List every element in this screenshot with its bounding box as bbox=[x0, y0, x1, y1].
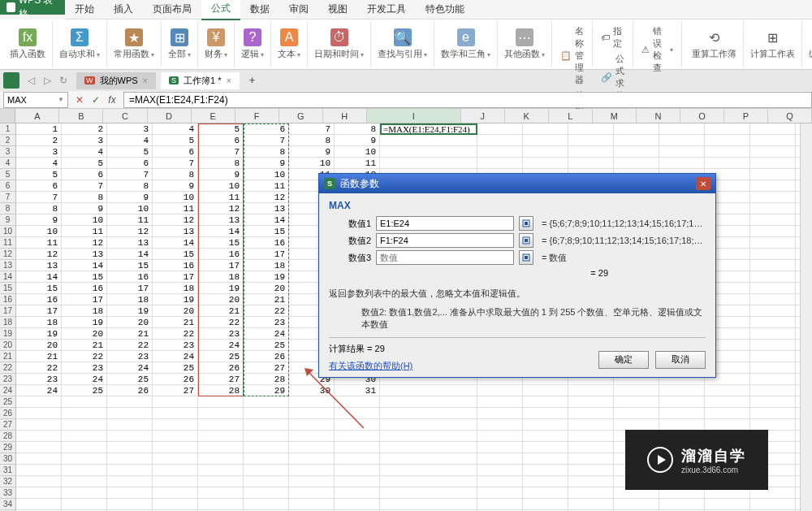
select-all-corner[interactable] bbox=[0, 109, 15, 123]
cell[interactable] bbox=[289, 396, 335, 408]
cell[interactable] bbox=[198, 408, 244, 419]
cell[interactable] bbox=[335, 396, 380, 408]
cell[interactable] bbox=[523, 476, 568, 487]
cell[interactable] bbox=[16, 453, 62, 465]
column-header[interactable]: K bbox=[505, 109, 549, 123]
cell[interactable]: 8 bbox=[107, 180, 153, 192]
confirm-formula-button[interactable]: ✓ bbox=[89, 93, 102, 106]
cell[interactable]: 11 bbox=[335, 158, 380, 169]
cell[interactable]: 5 bbox=[198, 123, 244, 135]
cell[interactable] bbox=[750, 362, 796, 374]
cell[interactable] bbox=[750, 135, 796, 146]
cell[interactable]: 8 bbox=[244, 146, 289, 158]
cell[interactable] bbox=[568, 453, 614, 465]
cell[interactable]: 10 bbox=[107, 203, 153, 214]
cell[interactable] bbox=[198, 465, 244, 476]
cell[interactable] bbox=[244, 396, 289, 408]
cell[interactable] bbox=[705, 419, 750, 431]
cell[interactable]: 13 bbox=[244, 203, 289, 214]
cell[interactable]: 21 bbox=[244, 294, 289, 305]
menu-tab[interactable]: 数据 bbox=[240, 0, 279, 19]
cell[interactable]: 19 bbox=[153, 294, 198, 305]
cell[interactable] bbox=[62, 476, 107, 487]
ribbon-button[interactable]: ⊞计算工作表 bbox=[744, 21, 802, 67]
row-header[interactable]: 25 bbox=[0, 396, 16, 408]
cell[interactable] bbox=[477, 487, 523, 499]
cell[interactable]: 2 bbox=[16, 135, 62, 146]
cell[interactable] bbox=[659, 135, 705, 146]
cell[interactable] bbox=[477, 419, 523, 431]
cell[interactable]: 7 bbox=[16, 192, 62, 203]
cell[interactable] bbox=[705, 499, 750, 510]
cell[interactable] bbox=[477, 431, 523, 442]
cell[interactable] bbox=[62, 408, 107, 419]
cell[interactable] bbox=[477, 146, 523, 158]
cell[interactable]: 8 bbox=[289, 135, 335, 146]
cell[interactable] bbox=[198, 419, 244, 431]
menu-tab[interactable]: 开发工具 bbox=[357, 0, 416, 19]
cell[interactable] bbox=[614, 158, 659, 169]
cell[interactable]: 12 bbox=[62, 237, 107, 249]
cell[interactable] bbox=[614, 123, 659, 135]
cell[interactable] bbox=[244, 453, 289, 465]
cell[interactable]: 17 bbox=[16, 305, 62, 317]
row-header[interactable]: 7 bbox=[0, 192, 16, 203]
cell[interactable]: 7 bbox=[244, 135, 289, 146]
cell[interactable] bbox=[523, 158, 568, 169]
cell[interactable] bbox=[750, 226, 796, 237]
column-header[interactable]: N bbox=[637, 109, 680, 123]
cell[interactable]: 7 bbox=[289, 123, 335, 135]
cell[interactable] bbox=[335, 408, 380, 419]
cell[interactable] bbox=[568, 135, 614, 146]
cell[interactable] bbox=[380, 408, 477, 419]
cell[interactable] bbox=[289, 476, 335, 487]
cell[interactable] bbox=[477, 385, 523, 396]
cell[interactable] bbox=[153, 419, 198, 431]
cell[interactable]: 18 bbox=[16, 317, 62, 328]
cell[interactable] bbox=[750, 123, 796, 135]
row-header[interactable]: 24 bbox=[0, 385, 16, 396]
cell[interactable] bbox=[153, 499, 198, 510]
cell[interactable]: 18 bbox=[153, 283, 198, 294]
cell[interactable] bbox=[477, 476, 523, 487]
cell[interactable]: 15 bbox=[244, 226, 289, 237]
row-header[interactable]: 28 bbox=[0, 431, 16, 442]
close-icon[interactable]: × bbox=[143, 76, 148, 85]
cell[interactable]: 15 bbox=[107, 260, 153, 271]
row-header[interactable]: 22 bbox=[0, 362, 16, 374]
cell[interactable] bbox=[614, 499, 659, 510]
cell[interactable]: 18 bbox=[62, 305, 107, 317]
row-header[interactable]: 17 bbox=[0, 305, 16, 317]
cell[interactable] bbox=[750, 419, 796, 431]
cell[interactable] bbox=[16, 499, 62, 510]
cell[interactable] bbox=[289, 487, 335, 499]
row-header[interactable]: 10 bbox=[0, 226, 16, 237]
cell[interactable] bbox=[153, 476, 198, 487]
cell[interactable]: 10 bbox=[244, 169, 289, 180]
cell[interactable]: 23 bbox=[16, 374, 62, 385]
cell[interactable] bbox=[107, 499, 153, 510]
cell[interactable] bbox=[705, 408, 750, 419]
row-header[interactable]: 4 bbox=[0, 158, 16, 169]
cell[interactable] bbox=[198, 453, 244, 465]
cell[interactable]: 24 bbox=[198, 340, 244, 351]
cell[interactable] bbox=[705, 135, 750, 146]
cell[interactable] bbox=[568, 419, 614, 431]
cell[interactable]: 19 bbox=[62, 317, 107, 328]
cell[interactable] bbox=[289, 499, 335, 510]
cell[interactable] bbox=[380, 146, 477, 158]
cell[interactable]: 18 bbox=[107, 294, 153, 305]
cell[interactable]: 23 bbox=[244, 317, 289, 328]
cell[interactable] bbox=[523, 499, 568, 510]
row-header[interactable]: 23 bbox=[0, 374, 16, 385]
column-header[interactable]: O bbox=[680, 109, 724, 123]
cell[interactable]: 8 bbox=[16, 203, 62, 214]
menu-tab[interactable]: 审阅 bbox=[279, 0, 318, 19]
cell[interactable]: 3 bbox=[107, 123, 153, 135]
cell[interactable] bbox=[477, 123, 523, 135]
ribbon-button[interactable]: 🔗编辑链接 bbox=[802, 21, 812, 67]
cell[interactable]: 22 bbox=[244, 305, 289, 317]
column-header[interactable]: E bbox=[192, 109, 235, 123]
cell[interactable]: 5 bbox=[62, 158, 107, 169]
cell[interactable] bbox=[477, 465, 523, 476]
